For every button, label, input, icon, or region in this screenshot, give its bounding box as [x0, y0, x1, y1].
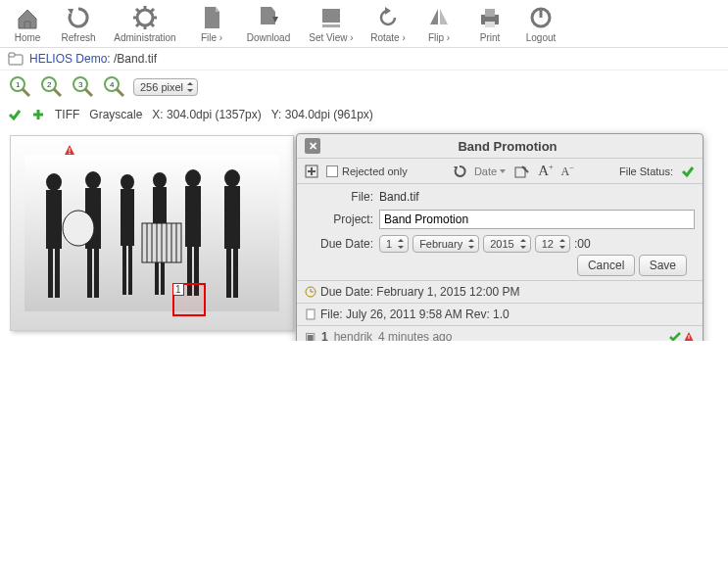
print-button[interactable]: Print	[466, 2, 513, 45]
logout-label: Logout	[526, 32, 557, 43]
info-bar: TIFF Grayscale X: 304.0dpi (1357px) Y: 3…	[0, 104, 728, 125]
sort-date-button[interactable]: Date	[474, 165, 507, 177]
due-year-select[interactable]: 2015	[483, 235, 530, 253]
zoom-bar: 1 2 3 4 256 pixel	[0, 71, 728, 104]
rejected-checkbox[interactable]	[326, 165, 338, 177]
svg-point-1	[142, 15, 148, 21]
c1-warning-icon	[683, 331, 695, 341]
panel-toolbar: Rejected only Date A+ A− File Status:	[297, 159, 703, 184]
font-increase-button[interactable]: A+	[538, 163, 553, 179]
home-label: Home	[15, 32, 41, 43]
refresh-icon	[65, 4, 92, 31]
duedate-row: Due Date: February 1, 2015 12:00 PM	[297, 280, 703, 303]
svg-line-7	[151, 24, 154, 26]
duedate-text: Due Date: February 1, 2015 12:00 PM	[320, 285, 519, 299]
logout-button[interactable]: Logout	[517, 2, 564, 45]
gear-icon	[131, 4, 159, 31]
panel-title: Band Promotion	[320, 139, 695, 154]
svg-line-8	[151, 9, 154, 12]
main-toolbar: Home Refresh Administration File › Downl…	[0, 0, 728, 48]
svg-point-68	[69, 153, 71, 155]
panel-form: File:Band.tif Project: Due Date: 1 Febru…	[297, 184, 703, 280]
svg-rect-13	[485, 9, 495, 17]
zoom-4-button[interactable]: 4	[102, 74, 127, 100]
close-button[interactable]: ✕	[305, 138, 320, 154]
rejected-label: Rejected only	[342, 165, 408, 177]
zoom-size-select[interactable]: 256 pixel	[133, 78, 198, 96]
marker-warning-icon	[64, 144, 318, 301]
content-area: 1 ✕ Band Promotion Rejected only Date A+…	[0, 125, 728, 341]
setview-label: Set View ›	[309, 32, 353, 43]
svg-line-29	[117, 89, 123, 96]
file-label: File ›	[201, 32, 222, 43]
print-icon	[476, 4, 504, 31]
print-label: Print	[480, 32, 501, 43]
file-value: Band.tif	[379, 190, 419, 204]
font-decrease-button[interactable]: A−	[561, 164, 574, 179]
image-preview[interactable]: 1	[10, 135, 294, 331]
collapse-icon[interactable]: ▣	[305, 330, 315, 341]
folder-icon	[8, 52, 24, 66]
svg-rect-76	[307, 309, 315, 319]
svg-text:1: 1	[16, 80, 21, 89]
duedate-label: Due Date:	[305, 237, 373, 251]
svg-line-20	[23, 89, 29, 96]
setview-icon	[317, 4, 345, 31]
download-button[interactable]: Download	[239, 2, 298, 45]
svg-rect-10	[322, 9, 340, 23]
setview-menu[interactable]: Set View ›	[302, 2, 361, 45]
flip-menu[interactable]: Flip ›	[415, 2, 462, 45]
download-label: Download	[247, 32, 290, 43]
path-bar: HELIOS Demo: /Band.tif	[0, 48, 728, 71]
edit-tool-button[interactable]	[514, 165, 530, 178]
due-hour-select[interactable]: 12	[535, 235, 570, 253]
cancel-button[interactable]: Cancel	[577, 255, 635, 276]
zoom-3-button[interactable]: 3	[71, 74, 96, 100]
refresh-button[interactable]: Refresh	[55, 2, 102, 45]
filedate-row: File: July 26, 2011 9:58 AM Rev: 1.0	[297, 303, 703, 325]
y-info: Y: 304.0dpi (961px)	[271, 108, 373, 121]
svg-rect-18	[9, 53, 15, 57]
project-label: Project:	[305, 213, 373, 226]
home-icon	[14, 4, 41, 31]
add-annotation-button[interactable]	[305, 165, 318, 178]
c1-user: hendrik	[334, 330, 372, 341]
c1-time: 4 minutes ago	[378, 330, 452, 341]
filestatus-label: File Status:	[619, 165, 673, 177]
home-button[interactable]: Home	[4, 2, 51, 45]
path-file: /Band.tif	[114, 52, 157, 66]
due-day-select[interactable]: 1	[379, 235, 409, 253]
zoom-1-button[interactable]: 1	[8, 74, 33, 100]
clock-icon	[305, 286, 316, 298]
svg-line-26	[85, 89, 92, 96]
marker-check-icon	[0, 144, 63, 301]
path-root-link[interactable]: HELIOS Demo	[29, 52, 107, 66]
due-time-suffix: :00	[574, 237, 591, 251]
rotate-menu[interactable]: Rotate ›	[364, 2, 412, 45]
svg-line-23	[54, 89, 61, 96]
zoom-2-button[interactable]: 2	[39, 74, 65, 100]
file-icon	[198, 4, 225, 31]
download-icon	[255, 4, 282, 31]
add-icon[interactable]	[31, 108, 45, 121]
comment-1: ▣ 1 hendrik 4 minutes ago Object needs t…	[297, 325, 703, 341]
refresh-comments-button[interactable]	[453, 165, 466, 178]
svg-text:3: 3	[78, 80, 83, 89]
due-month-select[interactable]: February	[413, 235, 479, 253]
svg-rect-11	[322, 24, 340, 27]
svg-line-9	[136, 24, 139, 26]
refresh-label: Refresh	[61, 32, 95, 43]
file-label: File:	[305, 190, 373, 204]
admin-button[interactable]: Administration	[106, 2, 184, 45]
logout-icon	[527, 4, 555, 31]
check-icon	[8, 108, 22, 121]
colorspace-label: Grayscale	[89, 108, 142, 121]
svg-text:2: 2	[47, 80, 52, 89]
file-menu[interactable]: File ›	[188, 2, 235, 45]
project-input[interactable]	[379, 210, 695, 229]
save-button[interactable]: Save	[639, 255, 687, 276]
page-icon	[305, 308, 316, 320]
admin-label: Administration	[114, 32, 175, 43]
filedate-text: File: July 26, 2011 9:58 AM Rev: 1.0	[320, 307, 510, 321]
flip-icon	[425, 4, 453, 31]
